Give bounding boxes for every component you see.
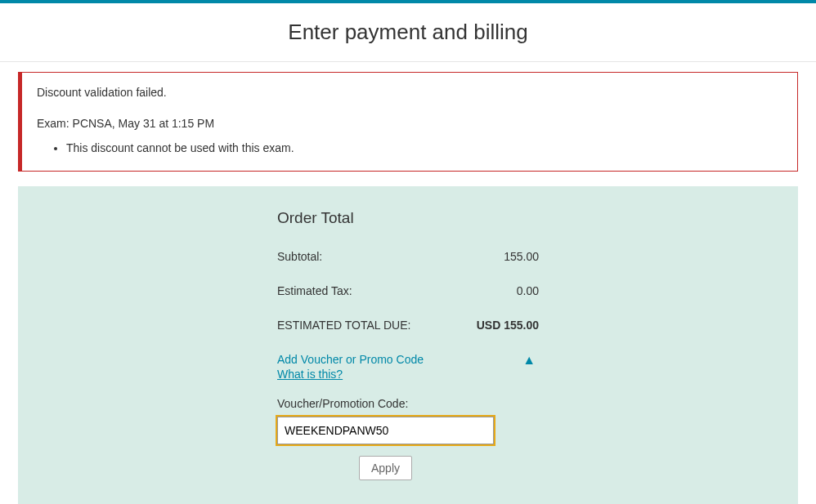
- page-title: Enter payment and billing: [0, 20, 816, 45]
- tax-row: Estimated Tax: 0.00: [277, 284, 539, 297]
- total-label: ESTIMATED TOTAL DUE:: [277, 319, 410, 332]
- content-wrap: Discount validation failed. Exam: PCNSA,…: [0, 62, 816, 504]
- apply-button[interactable]: Apply: [359, 456, 412, 480]
- voucher-header: Add Voucher or Promo Code What is this? …: [277, 353, 539, 381]
- add-voucher-link[interactable]: Add Voucher or Promo Code: [277, 353, 424, 366]
- error-title: Discount validation failed.: [37, 86, 782, 99]
- page-header: Enter payment and billing: [0, 3, 816, 62]
- voucher-input-wrap: Apply: [277, 417, 539, 480]
- total-value: USD 155.00: [465, 319, 539, 332]
- subtotal-row: Subtotal: 155.00: [277, 250, 539, 263]
- apply-row: Apply: [277, 456, 494, 480]
- order-total-panel: Order Total Subtotal: 155.00 Estimated T…: [18, 186, 798, 504]
- subtotal-label: Subtotal:: [277, 250, 322, 263]
- error-alert: Discount validation failed. Exam: PCNSA,…: [18, 72, 798, 172]
- error-reason-item: This discount cannot be used with this e…: [66, 141, 782, 154]
- subtotal-value: 155.00: [465, 250, 539, 263]
- tax-value: 0.00: [465, 284, 539, 297]
- voucher-code-input[interactable]: [277, 417, 494, 444]
- tax-label: Estimated Tax:: [277, 284, 352, 297]
- voucher-links: Add Voucher or Promo Code What is this?: [277, 353, 424, 381]
- what-is-this-link[interactable]: What is this?: [277, 368, 424, 381]
- chevron-up-icon[interactable]: ▲: [519, 353, 539, 368]
- voucher-field-label: Voucher/Promotion Code:: [277, 397, 539, 410]
- order-heading: Order Total: [277, 209, 539, 227]
- error-reason-list: This discount cannot be used with this e…: [66, 141, 782, 154]
- order-inner: Order Total Subtotal: 155.00 Estimated T…: [277, 209, 539, 480]
- total-row: ESTIMATED TOTAL DUE: USD 155.00: [277, 319, 539, 332]
- error-exam-line: Exam: PCNSA, May 31 at 1:15 PM: [37, 117, 782, 130]
